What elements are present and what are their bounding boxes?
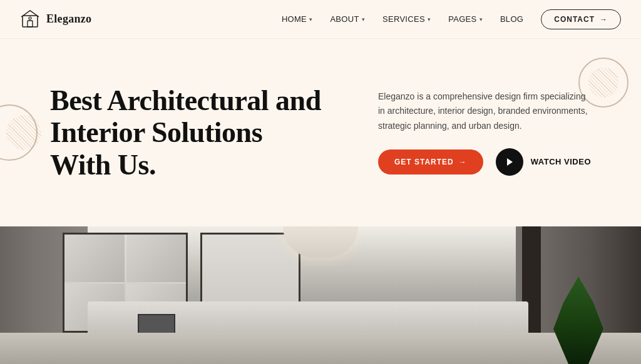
contact-button[interactable]: CONTACT →: [541, 9, 621, 29]
hero-section: Best Architectural and Interior Solution…: [0, 39, 641, 226]
hero-description: Eleganzo is a comprehensive design firm …: [378, 89, 591, 133]
nav-links: HOME ▾ ABOUT ▾ SERVICES ▾ PAGES ▾ BLOG C…: [282, 9, 621, 29]
svg-marker-3: [507, 158, 513, 166]
hero-right: Eleganzo is a comprehensive design firm …: [378, 89, 591, 175]
navbar: Eleganzo HOME ▾ ABOUT ▾ SERVICES ▾ PAGES…: [0, 0, 641, 39]
svg-rect-1: [28, 21, 33, 27]
hero-title: Best Architectural and Interior Solution…: [50, 84, 326, 181]
brand-name: Eleganzo: [46, 13, 91, 26]
interior-photo-section: [0, 226, 641, 364]
hero-actions: GET STARTED → WATCH VIDEO: [378, 148, 591, 176]
deco-circle-inner-left: [6, 115, 41, 150]
chevron-down-icon: ▾: [309, 16, 312, 23]
hero-left: Best Architectural and Interior Solution…: [50, 84, 326, 181]
plant-right: [553, 276, 603, 364]
arrow-icon: →: [600, 15, 608, 24]
svg-point-2: [29, 17, 31, 19]
nav-about[interactable]: ABOUT ▾: [330, 14, 365, 24]
nav-pages[interactable]: PAGES ▾: [448, 14, 483, 24]
nav-home[interactable]: HOME ▾: [282, 14, 313, 24]
watch-video-button[interactable]: WATCH VIDEO: [496, 148, 591, 176]
get-started-button[interactable]: GET STARTED →: [378, 149, 483, 174]
watch-video-label: WATCH VIDEO: [531, 157, 591, 166]
nav-blog[interactable]: BLOG: [500, 14, 523, 24]
deco-circle-inner-right: [588, 68, 618, 98]
logo[interactable]: Eleganzo: [20, 9, 91, 29]
play-icon: [496, 148, 523, 176]
floor: [0, 333, 641, 364]
svg-rect-0: [23, 16, 38, 27]
chevron-down-icon: ▾: [428, 16, 431, 23]
chevron-down-icon: ▾: [479, 16, 483, 23]
interior-photo: [0, 226, 641, 364]
chevron-down-icon: ▾: [362, 16, 365, 23]
nav-services[interactable]: SERVICES ▾: [382, 14, 431, 24]
arrow-icon: →: [459, 158, 467, 166]
logo-icon: [20, 9, 40, 29]
